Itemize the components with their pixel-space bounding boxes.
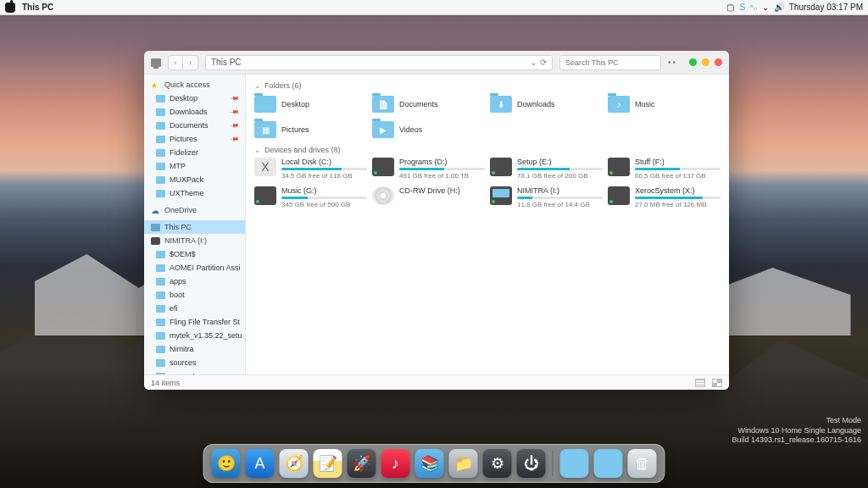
drive-item[interactable]: NIMITRA (I:)11.8 GB free of 14.4 GB [490,186,603,212]
tray-icon[interactable]: S [739,3,745,12]
breadcrumb-segment[interactable]: This PC [211,58,242,67]
dock-app-launchpad[interactable]: 🚀 [348,449,376,478]
sidebar-item-label: AOMEI Partition Assi [170,263,241,272]
sidebar-folder-item[interactable]: AOMEI Partition Assi [144,261,245,274]
dock-app-notes[interactable]: 📝 [314,449,342,478]
dock-app-files[interactable]: 📁 [449,449,478,478]
dock-app-settings[interactable]: ⚙ [483,449,512,478]
breadcrumb-dropdown-icon[interactable]: ⌄ [530,58,537,67]
system-tray: ▢ S ⁿᵤ ⌄ 🔊 Thursday 03:17 PM [726,3,863,12]
dock-app-itunes[interactable]: ♪ [381,449,410,478]
window-controls [689,58,722,66]
user-folder[interactable]: Desktop [254,93,367,115]
sidebar-qa-item[interactable]: MTP [144,159,245,173]
sidebar-qa-item[interactable]: UXTheme [144,186,245,200]
capacity-bar [517,197,603,199]
folder-icon [156,251,165,258]
dock-app-folder1[interactable] [560,449,589,478]
search-input[interactable] [559,55,661,70]
cloud-icon [151,207,160,214]
drive-name: Local Disk (C:) [281,158,367,166]
refresh-icon[interactable]: ⟳ [540,58,547,67]
user-folder[interactable]: 📄Documents [372,93,485,115]
user-folder[interactable]: ♪Music [608,93,721,115]
menubar-app-title[interactable]: This PC [22,3,53,12]
tray-icon[interactable]: ⁿᵤ [750,3,757,12]
window-menu-icon[interactable]: •• [668,58,677,67]
volume-icon[interactable]: 🔊 [774,3,784,12]
dock-app-trash[interactable]: 🗑 [628,449,657,478]
view-details-icon[interactable] [695,379,705,387]
sidebar-item-label: Pictures [170,135,198,143]
folders-section-header[interactable]: Folders (6) [254,81,721,90]
folder-icon [156,95,165,103]
drive-item[interactable]: Setup (E:)78.1 GB free of 200 GB [490,158,603,183]
drive-icon [608,186,630,205]
sidebar-qa-item[interactable]: Documents [144,119,245,132]
view-icons-icon[interactable] [712,379,722,387]
drive-item[interactable]: XerocSystem (X:)27.0 MB free of 126 MB [608,186,721,212]
folder-icon [156,278,165,286]
drive-name: NIMITRA (I:) [517,186,603,195]
drive-name: Programs (D:) [399,158,485,166]
drives-section-header[interactable]: Devices and drives (8) [254,146,721,154]
this-pc-icon [151,58,161,67]
sidebar-nimitra-drive[interactable]: NIMITRA (I:) [144,234,245,247]
sidebar-item-label: MUXPack [170,175,203,184]
drive-name: CD-RW Drive (H:) [399,186,485,195]
minimize-button[interactable] [689,58,697,66]
apple-menu-icon[interactable] [5,3,15,13]
drive-item[interactable]: Stuff (F:)66.5 GB free of 137 GB [608,158,721,183]
sidebar-folder-item[interactable]: $OEM$ [144,247,245,261]
sidebar-qa-item[interactable]: MUXPack [144,173,245,186]
sidebar-folder-item[interactable]: Fling File Transfer St [144,315,245,329]
sidebar-qa-item[interactable]: Fidelizer [144,146,245,159]
tray-icon[interactable]: ▢ [726,3,734,12]
sidebar-qa-item[interactable]: Pictures [144,132,245,146]
dock-app-power[interactable]: ⏻ [517,449,546,478]
close-button[interactable] [715,58,722,66]
nav-back-button[interactable]: ‹ [168,55,183,70]
sidebar-quick-access[interactable]: Quick access [144,78,245,92]
folder-label: Downloads [517,100,555,108]
user-folder[interactable]: ⬇Downloads [490,93,603,115]
menubar-clock[interactable]: Thursday 03:17 PM [789,3,863,12]
file-explorer-window: ‹ › This PC ⌄⟳ •• Quick access DesktopDo… [144,51,729,390]
drive-icon [608,158,630,176]
drive-item[interactable]: CD-RW Drive (H:) [372,186,485,212]
sidebar-folder-item[interactable]: Nimitra [144,342,245,356]
dock-app-finder[interactable]: 🙂 [212,449,241,478]
folder-icon [156,122,165,130]
drive-free-text: 34.5 GB free of 118 GB [281,172,367,180]
address-bar[interactable]: This PC ⌄⟳ [205,55,553,70]
dock-app-safari[interactable]: 🧭 [280,449,309,478]
dock-app-library[interactable]: 📚 [415,449,444,478]
capacity-bar [281,168,367,170]
drive-item[interactable]: Local Disk (C:)34.5 GB free of 118 GB [254,158,367,183]
desktop-wallpaper: This PC ▢ S ⁿᵤ ⌄ 🔊 Thursday 03:17 PM ‹ ›… [0,0,868,488]
tray-chevron-icon[interactable]: ⌄ [762,3,769,12]
capacity-bar [281,197,367,199]
sidebar-qa-item[interactable]: Downloads [144,105,245,119]
dock-app-appstore[interactable]: A [246,449,275,478]
maximize-button[interactable] [702,58,709,66]
folder-label: Desktop [281,100,309,108]
drive-free-text: 491 GB free of 1.00 TB [399,172,485,180]
sidebar-folder-item[interactable]: mytek_v1.35.22_setu [144,329,245,342]
sidebar-qa-item[interactable]: Desktop [144,92,245,105]
dock-app-folder2[interactable] [594,449,623,478]
folder-icon [156,149,165,157]
drive-item[interactable]: Music (G:)345 GB free of 500 GB [254,186,367,212]
nav-forward-button[interactable]: › [183,55,198,70]
user-folder[interactable]: ▶Videos [372,119,485,141]
sidebar-folder-item[interactable]: efi [144,302,245,315]
sidebar-this-pc[interactable]: This PC [144,220,245,234]
folder-icon [254,96,276,113]
sidebar-folder-item[interactable]: apps [144,274,245,288]
window-titlebar[interactable]: ‹ › This PC ⌄⟳ •• [144,51,729,75]
user-folder[interactable]: ▦Pictures [254,119,367,141]
sidebar-onedrive[interactable]: OneDrive [144,203,245,217]
drive-item[interactable]: Programs (D:)491 GB free of 1.00 TB [372,158,485,183]
sidebar-folder-item[interactable]: boot [144,288,245,302]
sidebar-folder-item[interactable]: sources [144,356,245,369]
